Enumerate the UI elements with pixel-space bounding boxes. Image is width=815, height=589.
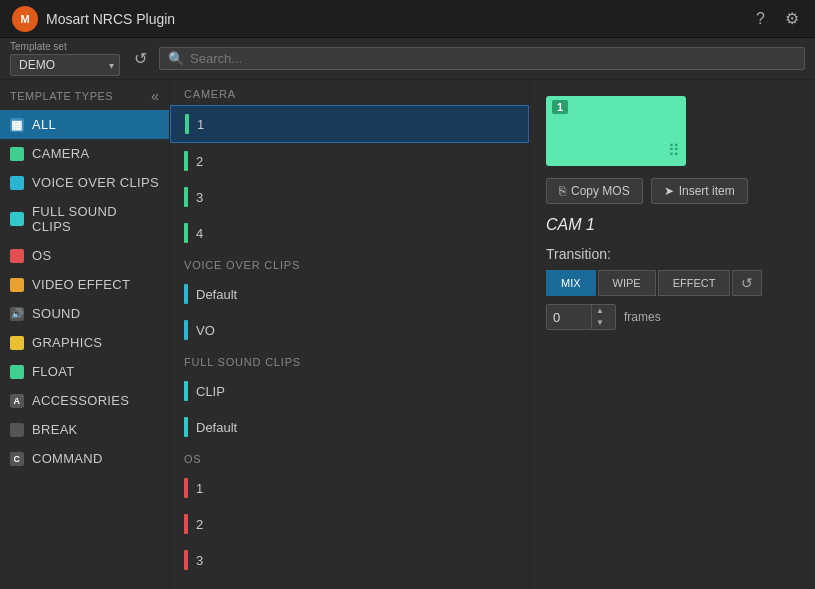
- template-color-bar: [184, 320, 188, 340]
- settings-button[interactable]: ⚙: [781, 5, 803, 32]
- template-color-bar: [184, 478, 188, 498]
- transition-mix-button[interactable]: MIX: [546, 270, 596, 296]
- template-item[interactable]: Default: [170, 409, 529, 445]
- sidebar-item-accessories[interactable]: AACCESSORIES: [0, 386, 169, 415]
- title-bar: M Mosart NRCS Plugin ? ⚙: [0, 0, 815, 38]
- template-item[interactable]: 2: [170, 506, 529, 542]
- sidebar-items: ▦ALLCAMERAVOICE OVER CLIPSFULL SOUND CLI…: [0, 110, 169, 473]
- sidebar-item-sound[interactable]: 🔊SOUND: [0, 299, 169, 328]
- sidebar-color-dot: [10, 423, 24, 437]
- copy-icon: ⎘: [559, 184, 566, 198]
- sidebar-item-float[interactable]: FLOAT: [0, 357, 169, 386]
- transition-wipe-button[interactable]: WIPE: [598, 270, 656, 296]
- sidebar-item-voice_over_clips[interactable]: VOICE OVER CLIPS: [0, 168, 169, 197]
- template-item-label: 3: [196, 190, 203, 205]
- sidebar-title: Template Types: [10, 90, 113, 102]
- sidebar-item-label: ACCESSORIES: [32, 393, 129, 408]
- template-item[interactable]: 4: [170, 215, 529, 251]
- sidebar-item-label: BREAK: [32, 422, 78, 437]
- frames-down-button[interactable]: ▼: [592, 317, 608, 329]
- refresh-button[interactable]: ↺: [130, 45, 151, 72]
- template-color-bar: [184, 284, 188, 304]
- sidebar-color-dot: [10, 176, 24, 190]
- transition-buttons: MIX WIPE EFFECT ↺: [546, 270, 799, 296]
- middle-panel: CAMERA1234VOICE OVER CLIPSDefaultVOFULL …: [170, 80, 530, 589]
- sidebar-color-dot: ▦: [10, 118, 24, 132]
- template-item-label: 4: [196, 226, 203, 241]
- sidebar-collapse-button[interactable]: «: [151, 88, 159, 104]
- frames-input[interactable]: 0: [547, 307, 591, 328]
- sidebar-item-video_effect[interactable]: VIDEO EFFECT: [0, 270, 169, 299]
- transition-refresh-button[interactable]: ↺: [732, 270, 762, 296]
- search-input[interactable]: [190, 51, 796, 66]
- insert-icon: ➤: [664, 184, 674, 198]
- frames-row: 0 ▲ ▼ frames: [546, 304, 799, 330]
- template-item-label: 1: [196, 481, 203, 496]
- sidebar-item-command[interactable]: CCOMMAND: [0, 444, 169, 473]
- sidebar-item-label: VOICE OVER CLIPS: [32, 175, 159, 190]
- template-item[interactable]: VO: [170, 312, 529, 348]
- template-item-label: 2: [196, 154, 203, 169]
- sidebar-color-dot: [10, 147, 24, 161]
- categories-list: CAMERA1234VOICE OVER CLIPSDefaultVOFULL …: [170, 80, 529, 578]
- sidebar-color-dot: [10, 249, 24, 263]
- template-set-section: Template set DEMO ▾: [10, 41, 120, 76]
- template-item[interactable]: 3: [170, 179, 529, 215]
- template-item[interactable]: 1: [170, 105, 529, 143]
- help-button[interactable]: ?: [752, 5, 769, 32]
- search-container: 🔍: [159, 47, 805, 70]
- sidebar-item-full_sound_clips[interactable]: FULL SOUND CLIPS: [0, 197, 169, 241]
- template-item-label: 1: [197, 117, 204, 132]
- app-title: Mosart NRCS Plugin: [46, 11, 175, 27]
- insert-item-button[interactable]: ➤ Insert item: [651, 178, 748, 204]
- template-color-bar: [184, 187, 188, 207]
- sidebar-color-dot: [10, 365, 24, 379]
- sidebar-item-label: GRAPHICS: [32, 335, 102, 350]
- template-color-bar: [185, 114, 189, 134]
- preview-grid-icon: ⠿: [668, 141, 680, 160]
- sidebar-color-dot: [10, 278, 24, 292]
- frames-spinner: ▲ ▼: [591, 305, 608, 329]
- sidebar-item-break[interactable]: BREAK: [0, 415, 169, 444]
- app-logo: M: [12, 6, 38, 32]
- sidebar-item-graphics[interactable]: GRAPHICS: [0, 328, 169, 357]
- category-header-full_sound_clips: FULL SOUND CLIPS: [170, 348, 529, 373]
- category-header-voice_over_clips: VOICE OVER CLIPS: [170, 251, 529, 276]
- template-item-label: Default: [196, 287, 237, 302]
- demo-select-wrapper: DEMO ▾: [10, 54, 120, 76]
- copy-mos-label: Copy MOS: [571, 184, 630, 198]
- sidebar-item-camera[interactable]: CAMERA: [0, 139, 169, 168]
- preview-number: 1: [552, 100, 568, 114]
- template-set-select[interactable]: DEMO: [10, 54, 120, 76]
- template-item[interactable]: 2: [170, 143, 529, 179]
- sidebar-color-dot: 🔊: [10, 307, 24, 321]
- toolbar: Template set DEMO ▾ ↺ 🔍: [0, 38, 815, 80]
- item-name: CAM 1: [546, 216, 799, 234]
- search-icon: 🔍: [168, 51, 184, 66]
- sidebar-item-all[interactable]: ▦ALL: [0, 110, 169, 139]
- category-header-os: OS: [170, 445, 529, 470]
- sidebar-item-label: ALL: [32, 117, 56, 132]
- sidebar-color-dot: A: [10, 394, 24, 408]
- template-set-label: Template set: [10, 41, 120, 52]
- category-header-camera: CAMERA: [170, 80, 529, 105]
- sidebar-color-dot: [10, 212, 24, 226]
- sidebar-item-label: FLOAT: [32, 364, 74, 379]
- insert-item-label: Insert item: [679, 184, 735, 198]
- template-item[interactable]: 3: [170, 542, 529, 578]
- copy-mos-button[interactable]: ⎘ Copy MOS: [546, 178, 643, 204]
- frames-up-button[interactable]: ▲: [592, 305, 608, 317]
- template-item[interactable]: CLIP: [170, 373, 529, 409]
- template-item[interactable]: Default: [170, 276, 529, 312]
- template-item[interactable]: 1: [170, 470, 529, 506]
- transition-section: Transition: MIX WIPE EFFECT ↺ 0 ▲ ▼ fram…: [546, 246, 799, 330]
- template-color-bar: [184, 550, 188, 570]
- sidebar-header: Template Types «: [0, 80, 169, 110]
- main-area: Template Types « ▦ALLCAMERAVOICE OVER CL…: [0, 80, 815, 589]
- template-color-bar: [184, 381, 188, 401]
- sidebar-item-os[interactable]: OS: [0, 241, 169, 270]
- transition-effect-button[interactable]: EFFECT: [658, 270, 731, 296]
- preview-card: 1 ⠿: [546, 96, 686, 166]
- sidebar-item-label: OS: [32, 248, 51, 263]
- sidebar-color-dot: C: [10, 452, 24, 466]
